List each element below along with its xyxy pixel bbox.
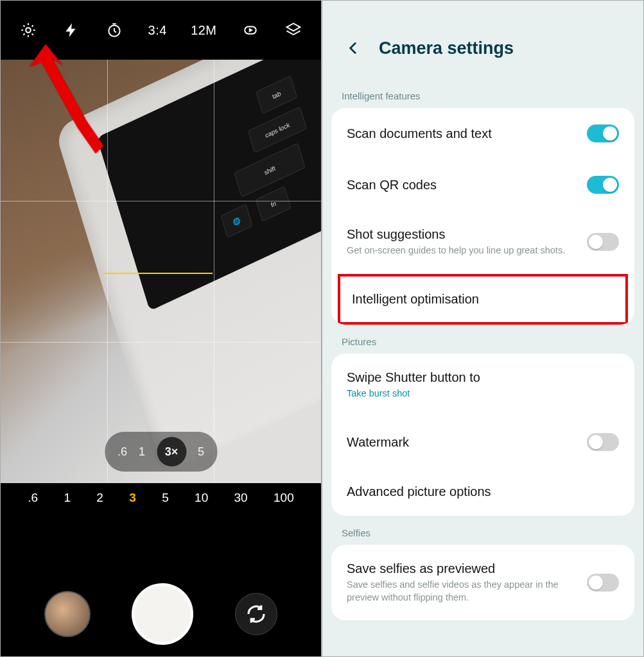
back-button[interactable] <box>342 37 365 60</box>
filters-icon[interactable] <box>284 21 303 40</box>
row-intelligent-optimisation[interactable]: Intelligent optimisation <box>340 277 625 322</box>
flash-icon[interactable] <box>62 21 81 40</box>
svg-point-0 <box>26 28 30 32</box>
motion-photo-icon[interactable] <box>241 21 260 40</box>
row-scan-qr[interactable]: Scan QR codes <box>331 159 634 210</box>
row-title: Save selfies as previewed <box>347 561 577 576</box>
timer-icon[interactable] <box>105 21 124 40</box>
row-title: Scan documents and text <box>347 126 577 141</box>
level-indicator <box>103 273 213 274</box>
settings-card: Swipe Shutter button to Take burst shot … <box>331 354 634 516</box>
row-subtitle: Take burst shot <box>347 388 609 400</box>
zoom-step[interactable]: 1 <box>64 491 71 505</box>
camera-app: 3:4 12M tab caps lock shift fn 🌐 <box>0 0 322 657</box>
gallery-thumbnail[interactable] <box>44 591 91 637</box>
settings-card: Scan documents and text Scan QR codes Sh… <box>331 108 634 325</box>
row-advanced-options[interactable]: Advanced picture options <box>331 468 634 516</box>
row-title: Shot suggestions <box>347 227 577 242</box>
section-label: Pictures <box>322 331 643 354</box>
row-title: Intelligent optimisation <box>352 292 604 307</box>
page-title: Camera settings <box>379 38 514 58</box>
row-title: Advanced picture options <box>347 484 609 499</box>
settings-card: Save selfies as previewed Save selfies a… <box>331 545 634 620</box>
zoom-step[interactable]: 30 <box>234 491 248 505</box>
row-title: Watermark <box>347 435 577 450</box>
section-label: Intelligent features <box>322 85 643 108</box>
zoom-step[interactable]: .6 <box>28 491 38 505</box>
row-shot-suggestions[interactable]: Shot suggestions Get on-screen guides to… <box>331 210 634 274</box>
camera-controls <box>1 583 321 645</box>
row-subtitle: Save selfies and selfie videos as they a… <box>347 579 577 604</box>
viewfinder[interactable]: tab caps lock shift fn 🌐 .6 1 3× 5 <box>1 60 321 483</box>
zoom-opt[interactable]: 5 <box>198 445 204 459</box>
switch-camera-button[interactable] <box>235 593 277 635</box>
aspect-ratio-button[interactable]: 3:4 <box>148 23 167 38</box>
shutter-button[interactable] <box>132 583 193 645</box>
keyboard-key: fn <box>256 186 292 222</box>
toggle-save-selfies[interactable] <box>587 574 619 592</box>
keyboard-key: tab <box>256 76 297 114</box>
zoom-row: .6 1 2 3 5 10 30 100 <box>1 491 321 505</box>
row-title: Scan QR codes <box>347 178 577 192</box>
highlighted-row: Intelligent optimisation <box>338 274 628 325</box>
zoom-step[interactable]: 10 <box>195 491 208 505</box>
toggle-scan-qr[interactable] <box>587 176 619 194</box>
row-title: Swipe Shutter button to <box>347 370 609 385</box>
settings-header: Camera settings <box>322 1 643 85</box>
toggle-watermark[interactable] <box>587 433 619 451</box>
row-save-selfies[interactable]: Save selfies as previewed Save selfies a… <box>331 545 634 620</box>
toggle-shot-suggestions[interactable] <box>587 233 619 251</box>
camera-top-bar: 3:4 12M <box>1 1 321 60</box>
zoom-opt[interactable]: 1 <box>139 445 145 459</box>
zoom-step[interactable]: 100 <box>274 491 294 505</box>
section-label: Selfies <box>322 522 643 545</box>
row-swipe-shutter[interactable]: Swipe Shutter button to Take burst shot <box>331 354 634 417</box>
zoom-step[interactable]: 5 <box>162 491 169 505</box>
zoom-pill[interactable]: .6 1 3× 5 <box>105 432 217 472</box>
megapixels-button[interactable]: 12M <box>191 23 216 38</box>
zoom-step[interactable]: 2 <box>96 491 103 505</box>
gear-icon[interactable] <box>19 21 38 40</box>
keyboard-key: shift <box>234 143 306 198</box>
row-watermark[interactable]: Watermark <box>331 416 634 468</box>
zoom-opt[interactable]: .6 <box>117 445 127 459</box>
zoom-step-selected[interactable]: 3 <box>129 491 136 505</box>
toggle-scan-documents[interactable] <box>587 124 619 142</box>
settings-screen: Camera settings Intelligent features Sca… <box>322 0 644 657</box>
row-subtitle: Get on-screen guides to help you line up… <box>347 244 577 257</box>
keyboard-key: 🌐 <box>220 204 253 238</box>
zoom-opt-selected[interactable]: 3× <box>157 437 186 466</box>
row-scan-documents[interactable]: Scan documents and text <box>331 108 634 159</box>
